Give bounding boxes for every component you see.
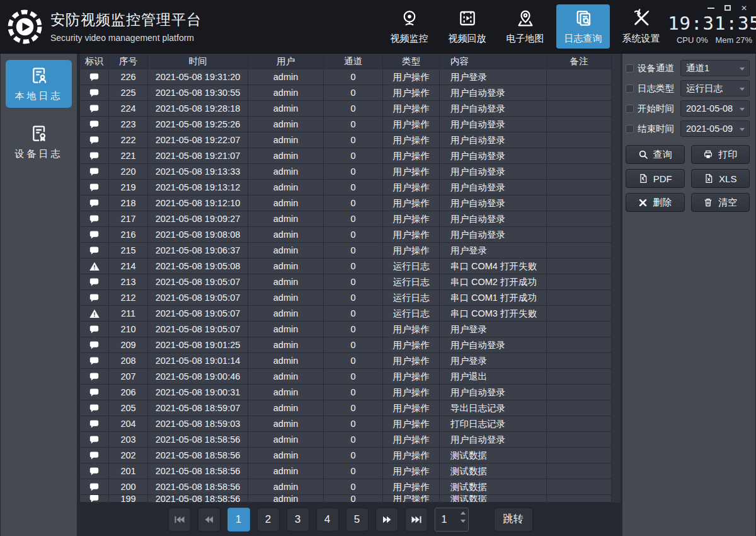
table-row[interactable]: 210 2021-05-08 19:05:07 admin 0 用户操作 用户登… (80, 322, 611, 337)
table-row[interactable]: 208 2021-05-08 19:01:14 admin 0 用户操作 用户登… (80, 353, 611, 369)
table-row[interactable]: 199 2021-05-08 18:58:56 admin 0 用户操作 测试数… (80, 495, 611, 503)
delete-button[interactable]: 删除 (626, 193, 685, 212)
table-row[interactable]: 218 2021-05-08 19:12:10 admin 0 用户操作 用户自… (80, 195, 611, 211)
chevron-down-icon (740, 108, 745, 111)
table-row[interactable]: 204 2021-05-08 18:59:03 admin 0 用户操作 打印日… (80, 416, 611, 432)
table-row[interactable]: 217 2021-05-08 19:09:27 admin 0 用户操作 用户自… (80, 211, 611, 227)
print-button[interactable]: 打印 (691, 145, 750, 164)
table-row[interactable]: 219 2021-05-08 19:13:12 admin 0 用户操作 用户自… (80, 180, 611, 195)
nav-log-query[interactable]: 日志查询 (556, 4, 610, 49)
minimize-icon[interactable] (707, 8, 714, 9)
comment-icon (89, 119, 100, 130)
page-button[interactable]: 5 (346, 508, 369, 532)
page-number-spinner[interactable] (435, 508, 469, 532)
app-logo-icon (8, 9, 42, 44)
local-log-icon (29, 66, 49, 86)
nav-video-monitor[interactable]: 视频监控 (382, 4, 436, 49)
table-row[interactable]: 216 2021-05-08 19:08:08 admin 0 用户操作 用户自… (80, 227, 611, 243)
search-button[interactable]: 查询 (626, 145, 685, 164)
col-header-number: 序号 (109, 54, 148, 69)
table-row[interactable]: 212 2021-05-08 19:05:07 admin 0 运行日志 串口 … (80, 290, 611, 306)
page-button[interactable]: 1 (227, 508, 250, 532)
filter-panel: 设备通道 通道1 日志类型 运行日志 开始时间 2021-05-08 结束时间 … (622, 54, 756, 536)
maximize-icon[interactable] (724, 5, 731, 11)
sidebar-item-device-logs[interactable]: 设备日志 (6, 118, 72, 166)
page-button[interactable]: 3 (287, 508, 309, 532)
clear-button[interactable]: 清空 (691, 193, 750, 212)
table-row[interactable]: 220 2021-05-08 19:13:33 admin 0 用户操作 用户自… (80, 164, 611, 180)
table-row[interactable]: 215 2021-05-08 19:06:37 admin 0 用户操作 用户登… (80, 243, 611, 259)
table-row[interactable]: 201 2021-05-08 18:58:56 admin 0 用户操作 测试数… (80, 463, 611, 479)
page-number-input[interactable] (435, 514, 457, 525)
next-page-icon (381, 515, 392, 524)
table-row[interactable]: 224 2021-05-08 19:28:18 admin 0 用户操作 用户自… (80, 101, 611, 117)
col-header-flag: 标识 (80, 54, 109, 69)
comment-icon (89, 324, 100, 335)
filter-device-channel: 设备通道 通道1 (626, 60, 750, 76)
table-row[interactable]: 213 2021-05-08 19:05:07 admin 0 运行日志 串口 … (80, 274, 611, 290)
nav-electronic-map[interactable]: 电子地图 (498, 4, 552, 49)
top-bar: 安防视频监控管理平台 Security video management pla… (0, 0, 756, 54)
table-row[interactable]: 202 2021-05-08 18:58:56 admin 0 用户操作 测试数… (80, 448, 611, 463)
app-subtitle: Security video management platform (50, 33, 202, 43)
table-row[interactable]: 226 2021-05-08 19:31:20 admin 0 用户操作 用户登… (80, 69, 611, 85)
prev-page-button[interactable] (198, 508, 220, 532)
export-pdf-button[interactable]: PDF (626, 169, 685, 188)
comment-icon (89, 277, 100, 288)
end-time-filter-checkbox[interactable] (626, 125, 634, 133)
table-row[interactable]: 225 2021-05-08 19:30:55 admin 0 用户操作 用户自… (80, 85, 611, 101)
table-row[interactable]: 205 2021-05-08 18:59:07 admin 0 用户操作 导出日… (80, 400, 611, 416)
log-table-body: 226 2021-05-08 19:31:20 admin 0 用户操作 用户登… (80, 69, 611, 503)
printer-icon (703, 149, 713, 160)
nav-system-settings[interactable]: 系统设置 (614, 4, 668, 49)
table-scrollbar[interactable] (611, 54, 621, 503)
comment-icon (89, 340, 100, 351)
jump-button[interactable]: 跳转 (494, 508, 533, 532)
video-playback-icon (457, 8, 478, 28)
spinner-down-icon[interactable] (461, 520, 466, 523)
col-header-time: 时间 (148, 54, 248, 69)
table-row[interactable]: 211 2021-05-08 19:05:07 admin 0 运行日志 串口 … (80, 306, 611, 322)
export-xls-button[interactable]: XLS (691, 169, 750, 188)
table-row[interactable]: 200 2021-05-08 18:58:56 admin 0 用户操作 测试数… (80, 479, 611, 495)
close-icon[interactable]: ✕ (741, 4, 747, 12)
next-page-button[interactable] (375, 508, 398, 532)
table-row[interactable]: 203 2021-05-08 18:58:56 admin 0 用户操作 用户自… (80, 432, 611, 448)
col-header-note: 备注 (547, 54, 611, 69)
start-time-filter-checkbox[interactable] (626, 105, 634, 113)
first-page-button[interactable] (168, 508, 191, 532)
chevron-down-icon (740, 128, 745, 131)
xls-file-icon (704, 173, 714, 184)
log-type-select[interactable]: 运行日志 (680, 80, 750, 96)
log-type-filter-checkbox[interactable] (626, 84, 634, 93)
table-row[interactable]: 207 2021-05-08 19:00:46 admin 0 用户操作 用户退… (80, 369, 611, 385)
page-buttons: 1 2 3 4 5 (227, 508, 369, 532)
chevron-down-icon (740, 67, 745, 71)
comment-icon (89, 403, 100, 414)
channel-filter-checkbox[interactable] (626, 64, 634, 73)
table-row[interactable]: 221 2021-05-08 19:21:07 admin 0 用户操作 用户自… (80, 148, 611, 164)
comment-icon (89, 387, 100, 398)
comment-icon (89, 245, 100, 256)
app-brand: 安防视频监控管理平台 Security video management pla… (0, 9, 202, 44)
digital-clock: 19:31:35 (668, 15, 756, 33)
tools-icon (631, 8, 651, 28)
last-page-button[interactable] (405, 508, 428, 532)
end-date-select[interactable]: 2021-05-09 (680, 120, 750, 137)
table-row[interactable]: 209 2021-05-08 19:01:25 admin 0 用户操作 用户自… (80, 337, 611, 353)
spinner-up-icon[interactable] (461, 511, 466, 515)
device-log-icon (29, 124, 49, 144)
comment-icon (89, 88, 100, 98)
channel-select[interactable]: 通道1 (680, 60, 750, 76)
table-row[interactable]: 222 2021-05-08 19:22:07 admin 0 用户操作 用户自… (80, 132, 611, 148)
sidebar-item-local-logs[interactable]: 本地日志 (6, 60, 72, 108)
nav-video-playback[interactable]: 视频回放 (440, 4, 494, 49)
start-date-select[interactable]: 2021-05-08 (680, 100, 750, 117)
search-icon (638, 149, 648, 160)
page-button[interactable]: 4 (316, 508, 339, 532)
col-header-channel: 通道 (324, 54, 383, 69)
table-row[interactable]: 206 2021-05-08 19:00:31 admin 0 用户操作 用户自… (80, 385, 611, 400)
table-row[interactable]: 214 2021-05-08 19:05:08 admin 0 运行日志 串口 … (80, 259, 611, 274)
page-button[interactable]: 2 (257, 508, 280, 532)
table-row[interactable]: 223 2021-05-08 19:25:26 admin 0 用户操作 用户自… (80, 117, 611, 132)
